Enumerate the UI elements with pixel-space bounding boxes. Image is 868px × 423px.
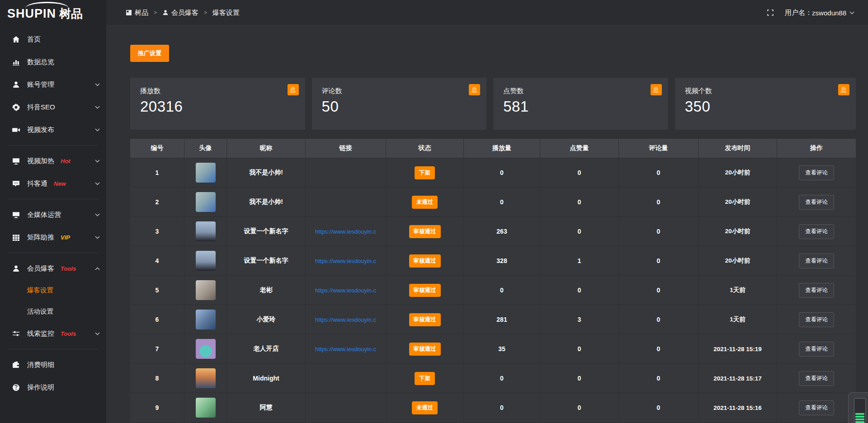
link-cell (305, 188, 386, 216)
username-label: 用户名： (785, 9, 812, 17)
breadcrumb-item-home[interactable]: 树品 (135, 9, 148, 17)
comments-count: 0 (618, 188, 698, 216)
video-link[interactable]: https://www.iesdouyin.c (315, 287, 376, 294)
chevron-down-icon (95, 128, 100, 132)
sidebar-item-video-publish[interactable]: 视频发布 (0, 118, 106, 141)
floating-widget[interactable] (848, 392, 868, 423)
sidebar-item-account-management[interactable]: 账号管理 (0, 73, 106, 96)
avatar (196, 280, 216, 300)
sidebar: SHUPIN 树品 首页 数据总览 账号管理 抖音SEO (0, 0, 106, 423)
promo-settings-button[interactable]: 推广设置 (130, 45, 169, 62)
brand-logo[interactable]: SHUPIN 树品 (0, 0, 106, 27)
home-icon (12, 35, 20, 44)
user-icon (12, 80, 20, 89)
sidebar-item-member-baoke[interactable]: 会员爆客 Tools (0, 257, 106, 280)
sidebar-item-label: 操作说明 (27, 383, 54, 392)
sidebar-item-douyin-seo[interactable]: 抖音SEO (0, 96, 106, 118)
sidebar-subitem-activity-settings[interactable]: 活动设置 (0, 301, 106, 322)
video-link[interactable]: https://www.iesdouyin.c (315, 228, 376, 235)
sidebar-item-label: 会员爆客 (27, 264, 54, 273)
plays-count: 328 (463, 246, 540, 275)
video-link[interactable]: https://www.iesdouyin.c (315, 258, 376, 264)
view-comments-button[interactable]: 查看评论 (799, 400, 834, 415)
breadcrumb-item-member[interactable]: 会员爆客 (171, 9, 198, 17)
action-cell: 查看评论 (777, 276, 856, 305)
view-comments-button[interactable]: 查看评论 (799, 224, 834, 239)
avatar-cell (184, 305, 226, 334)
sidebar-item-label: 首页 (27, 35, 41, 44)
nickname: Midnight (226, 364, 305, 393)
row-number: 2 (130, 188, 184, 216)
new-badge: New (54, 180, 66, 187)
total-badge: 总 (838, 84, 849, 95)
sidebar-item-label: 抖客通 (27, 179, 47, 188)
video-camera-icon (12, 126, 20, 134)
plays-count: 0 (463, 158, 540, 187)
link-cell: https://www.iesdouyin.c (305, 305, 386, 334)
screen-icon (12, 157, 20, 165)
topbar-right: 用户名： zswodun88 (767, 9, 854, 17)
view-comments-button[interactable]: 查看评论 (799, 371, 834, 386)
top-bar: 树品 > 会员爆客 > 爆客设置 用户名： zswodun88 (106, 0, 868, 26)
sidebar-item-consumption-details[interactable]: 消费明细 (0, 353, 106, 376)
sidebar-item-matrix-boost[interactable]: 矩阵助推 VIP (0, 226, 106, 249)
plays-count: 35 (463, 334, 540, 363)
comments-count: 0 (618, 246, 698, 275)
grid-icon (12, 233, 20, 242)
view-comments-button[interactable]: 查看评论 (799, 342, 834, 357)
sidebar-item-omni-media[interactable]: 全媒体运营 (0, 203, 106, 226)
table-row: 2 我不是小帅! 未通过 0 0 0 20小时前 查看评论 (130, 188, 856, 217)
avatar (196, 398, 216, 418)
sidebar-item-instructions[interactable]: 操作说明 (0, 376, 106, 399)
nickname: 小爱玲 (226, 305, 305, 334)
status-badge: 未通过 (412, 401, 438, 414)
link-cell: https://www.iesdouyin.c (305, 334, 386, 363)
row-number: 5 (130, 276, 184, 305)
plays-count: 263 (463, 217, 540, 246)
monitor-icon (12, 211, 20, 219)
sidebar-item-lead-monitoring[interactable]: 线索监控 Tools (0, 322, 106, 345)
plays-count: 0 (463, 364, 540, 393)
row-number: 3 (130, 217, 184, 246)
avatar-cell (184, 217, 226, 246)
stat-card-plays: 播放数 20316 总 (130, 78, 305, 130)
chevron-down-icon (95, 236, 100, 239)
sidebar-subitem-baoke-settings[interactable]: 爆客设置 (0, 280, 106, 301)
chat-bubble-icon (12, 179, 20, 188)
status-cell: 未通过 (386, 393, 463, 422)
status-badge: 下架 (415, 166, 435, 179)
view-comments-button[interactable]: 查看评论 (799, 312, 834, 327)
brand-name-en: SHUPIN (7, 7, 56, 21)
video-link[interactable]: https://www.iesdouyin.c (315, 346, 376, 352)
sidebar-item-video-heating[interactable]: 视频加热 Hot (0, 150, 106, 172)
sidebar-item-douketong[interactable]: 抖客通 New (0, 172, 106, 195)
status-badge: 审核通过 (409, 225, 441, 238)
row-number: 8 (130, 364, 184, 393)
fullscreen-icon[interactable] (767, 9, 774, 16)
sidebar-item-label: 全媒体运营 (27, 211, 61, 219)
nickname: 我不是小帅! (226, 188, 305, 216)
sliders-icon (12, 329, 20, 338)
video-link[interactable]: https://www.iesdouyin.c (315, 316, 376, 323)
link-cell: https://www.iesdouyin.c (305, 246, 386, 275)
nickname: 阿慧 (226, 393, 305, 422)
col-header-link: 链接 (305, 139, 386, 158)
chevron-down-icon (95, 160, 100, 163)
status-cell: 下架 (386, 364, 463, 393)
user-menu[interactable]: 用户名： zswodun88 (785, 9, 854, 17)
gear-icon (12, 103, 20, 112)
chevron-down-icon (95, 106, 100, 109)
view-comments-button[interactable]: 查看评论 (799, 254, 834, 268)
col-header-publish-time: 发布时间 (698, 139, 777, 158)
stat-card-likes: 点赞数 581 总 (493, 78, 668, 130)
sidebar-item-home[interactable]: 首页 (0, 28, 106, 51)
col-header-nickname: 昵称 (226, 139, 305, 158)
view-comments-button[interactable]: 查看评论 (799, 165, 834, 180)
view-comments-button[interactable]: 查看评论 (799, 195, 834, 210)
col-header-number: 编号 (130, 139, 184, 158)
likes-count: 3 (540, 305, 618, 334)
breadcrumb: 树品 > 会员爆客 > 爆客设置 (126, 9, 240, 17)
sidebar-item-data-overview[interactable]: 数据总览 (0, 51, 106, 73)
username-value: zswodun88 (812, 9, 846, 17)
view-comments-button[interactable]: 查看评论 (799, 283, 834, 298)
